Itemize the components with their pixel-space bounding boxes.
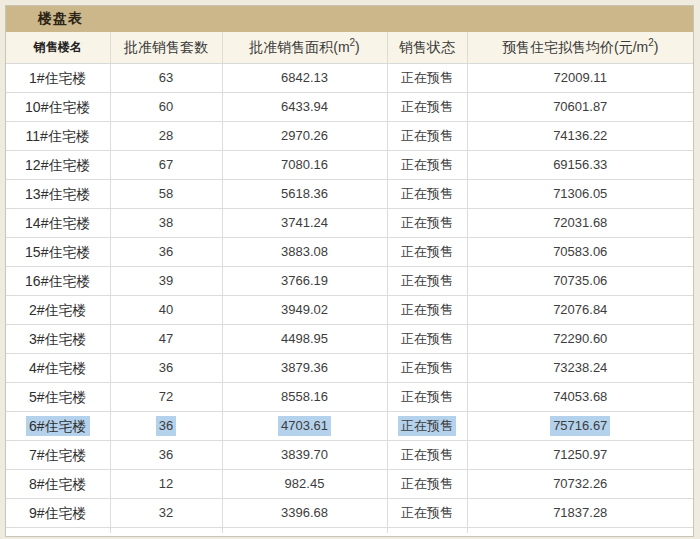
header-sales-status: 销售状态 bbox=[387, 32, 467, 64]
cell-value: 5618.36 bbox=[278, 184, 331, 204]
cell-value: 71837.28 bbox=[550, 503, 610, 523]
cell-value: 58 bbox=[156, 184, 176, 204]
cell-value: 67 bbox=[156, 155, 176, 175]
cell-area: 3766.19 bbox=[222, 267, 387, 296]
cell-value: 70583.06 bbox=[550, 242, 610, 262]
cell-value: 74053.68 bbox=[550, 387, 610, 407]
cell-value: 1#住宅楼 bbox=[26, 68, 90, 89]
cell-value: 正在预售 bbox=[398, 97, 456, 117]
table-row[interactable]: 15#住宅楼363883.08正在预售70583.06 bbox=[6, 238, 693, 267]
cell-name: 2#住宅楼 bbox=[6, 296, 110, 325]
cell-value: 73238.24 bbox=[550, 358, 610, 378]
table-row[interactable]: 2#住宅楼403949.02正在预售72076.84 bbox=[6, 296, 693, 325]
cell-units: 39 bbox=[110, 267, 222, 296]
cell-value: 6842.13 bbox=[278, 68, 331, 88]
cell-value: 12 bbox=[156, 474, 176, 494]
cell-area: 982.45 bbox=[222, 470, 387, 499]
cell-value: 3396.68 bbox=[278, 503, 331, 523]
cell-value: 36 bbox=[156, 358, 176, 378]
cell-status: 正在预售 bbox=[387, 267, 467, 296]
cell-value: 39 bbox=[156, 271, 176, 291]
cell-units: 36 bbox=[110, 354, 222, 383]
cell-value: 70732.26 bbox=[550, 474, 610, 494]
cell-value: 982.45 bbox=[282, 474, 328, 494]
cell-status: 正在预售 bbox=[387, 499, 467, 528]
cell-value: 13#住宅楼 bbox=[22, 184, 93, 205]
cell-price: 70583.06 bbox=[467, 238, 693, 267]
cell-value: 32 bbox=[156, 503, 176, 523]
cell-units: 36 bbox=[110, 441, 222, 470]
table-row[interactable]: 14#住宅楼383741.24正在预售72031.68 bbox=[6, 209, 693, 238]
cell-value: 正在预售 bbox=[398, 474, 456, 494]
cell-value: 3949.02 bbox=[278, 300, 331, 320]
cell-value: 正在预售 bbox=[398, 184, 456, 204]
cell-units: 63 bbox=[110, 64, 222, 93]
cell-units: 28 bbox=[110, 122, 222, 151]
cell-area: 3396.68 bbox=[222, 499, 387, 528]
cell-status: 正在预售 bbox=[387, 238, 467, 267]
cell-area: 5618.36 bbox=[222, 180, 387, 209]
cell-value: 7#住宅楼 bbox=[26, 445, 90, 466]
cell-value: 72076.84 bbox=[550, 300, 610, 320]
cell-value: 8#住宅楼 bbox=[26, 474, 90, 495]
cell-area: 4703.61 bbox=[222, 412, 387, 441]
header-average-price: 预售住宅拟售均价(元/m2) bbox=[467, 32, 693, 64]
cell-status: 正在预售 bbox=[387, 151, 467, 180]
cell-units: 36 bbox=[110, 412, 222, 441]
building-sales-table: 销售楼名 批准销售套数 批准销售面积(m2) 销售状态 预售住宅拟售均价(元/m… bbox=[6, 32, 693, 533]
cell-value: 正在预售 bbox=[398, 387, 456, 407]
cell-name: 6#住宅楼 bbox=[6, 412, 110, 441]
cell-value: 正在预售 bbox=[398, 155, 456, 175]
cell-name: 1#住宅楼 bbox=[6, 64, 110, 93]
cell-name: 13#住宅楼 bbox=[6, 180, 110, 209]
table-row[interactable]: 12#住宅楼677080.16正在预售69156.33 bbox=[6, 151, 693, 180]
cell-value: 15#住宅楼 bbox=[22, 242, 93, 263]
cell-value: 71250.97 bbox=[550, 445, 610, 465]
cell-value: 正在预售 bbox=[398, 271, 456, 291]
cell-value: 正在预售 bbox=[398, 213, 456, 233]
cell-price: 70601.87 bbox=[467, 93, 693, 122]
cell-value: 3#住宅楼 bbox=[26, 329, 90, 350]
cell-status: 正在预售 bbox=[387, 122, 467, 151]
table-row[interactable]: 8#住宅楼12982.45正在预售70732.26 bbox=[6, 470, 693, 499]
cell-value: 69156.33 bbox=[550, 155, 610, 175]
cell-value: 74136.22 bbox=[550, 126, 610, 146]
table-row[interactable]: 9#住宅楼323396.68正在预售71837.28 bbox=[6, 499, 693, 528]
cell-value: 40 bbox=[156, 300, 176, 320]
cell-value: 47 bbox=[156, 329, 176, 349]
cell-value: 60 bbox=[156, 97, 176, 117]
cell-units: 60 bbox=[110, 93, 222, 122]
cell-area: 3883.08 bbox=[222, 238, 387, 267]
table-row[interactable]: 16#住宅楼393766.19正在预售70735.06 bbox=[6, 267, 693, 296]
cell-value: 72031.68 bbox=[550, 213, 610, 233]
table-row[interactable]: 3#住宅楼474498.95正在预售72290.60 bbox=[6, 325, 693, 354]
cell-value: 11#住宅楼 bbox=[23, 126, 93, 147]
cell-value: 正在预售 bbox=[398, 445, 456, 465]
table-row[interactable]: 10#住宅楼606433.94正在预售70601.87 bbox=[6, 93, 693, 122]
panel-title: 楼盘表 bbox=[38, 10, 83, 28]
table-row[interactable]: 5#住宅楼728558.16正在预售74053.68 bbox=[6, 383, 693, 412]
table-row[interactable]: 11#住宅楼282970.26正在预售74136.22 bbox=[6, 122, 693, 151]
table-row[interactable]: 1#住宅楼636842.13正在预售72009.11 bbox=[6, 64, 693, 93]
cell-value: 36 bbox=[156, 242, 176, 262]
cell-value: 72009.11 bbox=[551, 68, 610, 88]
cell-status: 正在预售 bbox=[387, 412, 467, 441]
cell-name: 7#住宅楼 bbox=[6, 441, 110, 470]
cell-price: 72076.84 bbox=[467, 296, 693, 325]
cell-value: 36 bbox=[156, 416, 176, 436]
table-row[interactable]: 7#住宅楼363839.70正在预售71250.97 bbox=[6, 441, 693, 470]
cell-price: 73238.24 bbox=[467, 354, 693, 383]
cell-area: 2970.26 bbox=[222, 122, 387, 151]
cell-area: 3949.02 bbox=[222, 296, 387, 325]
table-row[interactable]: 13#住宅楼585618.36正在预售71306.05 bbox=[6, 180, 693, 209]
cell-value: 38 bbox=[156, 213, 176, 233]
table-row[interactable]: 6#住宅楼364703.61正在预售75716.67 bbox=[6, 412, 693, 441]
empty-cell bbox=[387, 528, 467, 534]
cell-status: 正在预售 bbox=[387, 325, 467, 354]
cell-status: 正在预售 bbox=[387, 209, 467, 238]
cell-name: 3#住宅楼 bbox=[6, 325, 110, 354]
cell-name: 9#住宅楼 bbox=[6, 499, 110, 528]
cell-area: 3879.36 bbox=[222, 354, 387, 383]
empty-cell bbox=[222, 528, 387, 534]
table-row[interactable]: 4#住宅楼363879.36正在预售73238.24 bbox=[6, 354, 693, 383]
